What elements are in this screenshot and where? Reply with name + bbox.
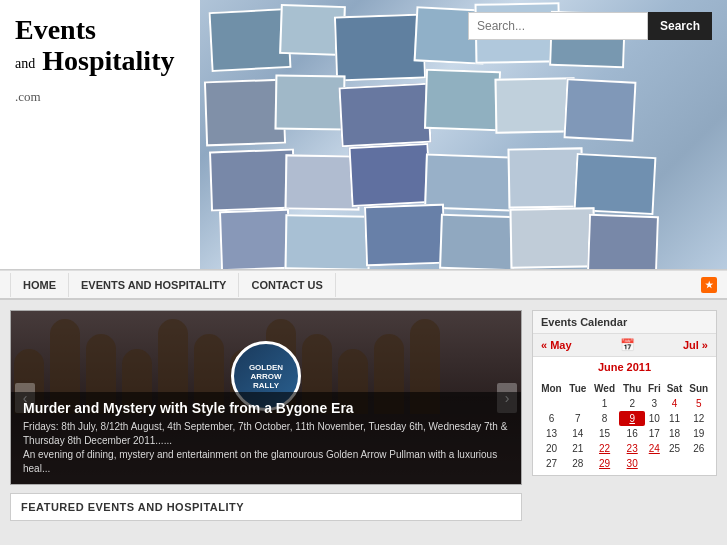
calendar-day-header: Tue [566, 381, 590, 396]
slideshow: GOLDEN ARROW RALLY ‹ › Murder and Myster… [10, 310, 522, 485]
calendar-nav: « May 📅 Jul » [533, 334, 716, 357]
rally-line2: ARROW [250, 372, 281, 381]
logo-text: Events and Hospitality .com [15, 15, 174, 107]
calendar-day [566, 396, 590, 411]
photo-tile [334, 13, 426, 81]
calendar-day [664, 456, 686, 471]
calendar-day[interactable]: 9 [619, 411, 645, 426]
photo-tile [509, 207, 595, 268]
calendar-week-row: 6789101112 [537, 411, 712, 426]
calendar-day: 4 [664, 396, 686, 411]
calendar-header: Events Calendar [533, 311, 716, 334]
photo-tile [563, 78, 636, 142]
calendar-day: 15 [590, 426, 619, 441]
calendar-day: 5 [685, 396, 712, 411]
calendar-day: 6 [537, 411, 566, 426]
photo-tile [209, 149, 296, 212]
logo: Events and Hospitality .com [15, 15, 174, 107]
main-column: GOLDEN ARROW RALLY ‹ › Murder and Myster… [10, 310, 522, 521]
calendar-widget: Events Calendar « May 📅 Jul » June 2011 … [532, 310, 717, 476]
search-input[interactable] [468, 12, 648, 40]
calendar-day: 28 [566, 456, 590, 471]
calendar-week-row: 27282930 [537, 456, 712, 471]
photo-tile [275, 74, 346, 130]
calendar-day: 17 [645, 426, 663, 441]
calendar-day: 13 [537, 426, 566, 441]
sidebar: Events Calendar « May 📅 Jul » June 2011 … [532, 310, 717, 521]
photo-tile [285, 214, 371, 269]
calendar-icon: 📅 [620, 338, 635, 352]
calendar-day: 19 [685, 426, 712, 441]
calendar-day-header: Sun [685, 381, 712, 396]
photo-tile [219, 209, 291, 269]
logo-hospitality: Hospitality [42, 45, 174, 76]
calendar-day: 27 [537, 456, 566, 471]
calendar-day: 1 [590, 396, 619, 411]
rally-line3: RALLY [253, 381, 279, 390]
rss-icon[interactable]: ★ [701, 277, 717, 293]
calendar-week-row: 12345 [537, 396, 712, 411]
calendar-month-year: June 2011 [533, 357, 716, 377]
header-collage [200, 0, 727, 269]
calendar-day-header: Fri [645, 381, 663, 396]
calendar-day: 18 [664, 426, 686, 441]
content-area: GOLDEN ARROW RALLY ‹ › Murder and Myster… [0, 300, 727, 531]
calendar-day[interactable]: 24 [645, 441, 663, 456]
calendar-body: 1234567891011121314151617181920212223242… [537, 396, 712, 471]
photo-tile [424, 69, 501, 132]
calendar-day: 8 [590, 411, 619, 426]
nav-item-home[interactable]: HOME [10, 273, 69, 297]
search-bar: Search [468, 12, 712, 40]
calendar-day: 7 [566, 411, 590, 426]
logo-com: .com [15, 89, 41, 104]
logo-events: Events [15, 14, 96, 45]
calendar-day: 2 [619, 396, 645, 411]
calendar-day: 11 [664, 411, 686, 426]
photo-tile [507, 147, 583, 208]
logo-and: and [15, 56, 35, 71]
photo-tile [338, 83, 431, 148]
photo-tile [364, 204, 446, 267]
calendar-day: 26 [685, 441, 712, 456]
slide-body: Fridays: 8th July, 8/12th August, 4th Se… [23, 420, 509, 476]
calendar-day: 21 [566, 441, 590, 456]
calendar-day: 14 [566, 426, 590, 441]
calendar-day: 10 [645, 411, 663, 426]
calendar-days-header: MonTueWedThuFriSatSun [537, 381, 712, 396]
calendar-day-header: Thu [619, 381, 645, 396]
calendar-day [537, 396, 566, 411]
calendar-week-row: 13141516171819 [537, 426, 712, 441]
featured-section: FEATURED EVENTS AND HOSPITALITY [10, 493, 522, 521]
calendar-week-row: 20212223242526 [537, 441, 712, 456]
calendar-next-button[interactable]: Jul » [683, 339, 708, 351]
calendar-day: 25 [664, 441, 686, 456]
calendar-grid: MonTueWedThuFriSatSun 123456789101112131… [533, 377, 716, 475]
header: Events and Hospitality .com Search [0, 0, 727, 270]
calendar-day [645, 456, 663, 471]
calendar-day-header: Mon [537, 381, 566, 396]
photo-tile [348, 143, 431, 207]
search-button[interactable]: Search [648, 12, 712, 40]
calendar-day [685, 456, 712, 471]
calendar-day: 3 [645, 396, 663, 411]
slide-overlay: Murder and Mystery with Style from a Byg… [11, 392, 521, 484]
navbar: HOME EVENTS AND HOSPITALITY CONTACT US ★ [0, 270, 727, 300]
calendar-day: 12 [685, 411, 712, 426]
calendar-prev-button[interactable]: « May [541, 339, 572, 351]
featured-label: FEATURED EVENTS AND HOSPITALITY [21, 501, 244, 513]
rally-line1: GOLDEN [249, 363, 283, 372]
calendar-day: 16 [619, 426, 645, 441]
nav-item-contact[interactable]: CONTACT US [239, 273, 335, 297]
calendar-day-header: Sat [664, 381, 686, 396]
photo-tile [204, 79, 286, 147]
calendar-day: 20 [537, 441, 566, 456]
calendar-day[interactable]: 23 [619, 441, 645, 456]
calendar-day[interactable]: 29 [590, 456, 619, 471]
nav-item-events[interactable]: EVENTS AND HOSPITALITY [69, 273, 239, 297]
slide-title: Murder and Mystery with Style from a Byg… [23, 400, 509, 416]
photo-tile [439, 214, 516, 269]
calendar-day[interactable]: 30 [619, 456, 645, 471]
calendar-day-header: Wed [590, 381, 619, 396]
photo-tile [587, 214, 659, 269]
calendar-day[interactable]: 22 [590, 441, 619, 456]
